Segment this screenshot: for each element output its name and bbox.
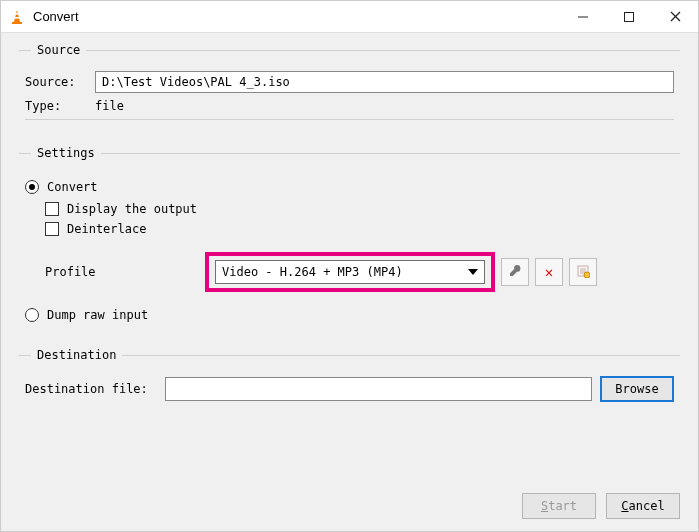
cancel-button[interactable]: Cancel bbox=[606, 493, 680, 519]
checkbox-icon bbox=[45, 202, 59, 216]
svg-point-12 bbox=[584, 272, 590, 278]
dialog-footer: Start Cancel bbox=[1, 491, 698, 531]
display-output-checkbox[interactable]: Display the output bbox=[45, 202, 674, 216]
settings-group: Settings Convert Display the output Dein… bbox=[19, 146, 680, 332]
profile-highlight: Video - H.264 + MP3 (MP4) bbox=[205, 252, 495, 292]
chevron-down-icon bbox=[468, 269, 478, 275]
convert-dialog: Convert Source Source: D:\Test Videos\PA… bbox=[0, 0, 699, 532]
wrench-icon bbox=[508, 264, 522, 281]
close-button[interactable] bbox=[652, 1, 698, 32]
type-value: file bbox=[95, 99, 124, 113]
svg-rect-3 bbox=[12, 22, 22, 24]
deinterlace-label: Deinterlace bbox=[67, 222, 146, 236]
new-profile-button[interactable] bbox=[569, 258, 597, 286]
source-group: Source Source: D:\Test Videos\PAL 4_3.is… bbox=[19, 43, 680, 130]
minimize-button[interactable] bbox=[560, 1, 606, 32]
dump-raw-radio[interactable]: Dump raw input bbox=[25, 308, 674, 322]
source-label: Source: bbox=[25, 75, 95, 89]
delete-profile-button[interactable]: ✕ bbox=[535, 258, 563, 286]
deinterlace-checkbox[interactable]: Deinterlace bbox=[45, 222, 674, 236]
start-label: Start bbox=[541, 499, 577, 513]
svg-rect-5 bbox=[625, 12, 634, 21]
start-button[interactable]: Start bbox=[522, 493, 596, 519]
new-profile-icon bbox=[576, 264, 590, 281]
profile-label: Profile bbox=[45, 265, 205, 279]
cancel-label: Cancel bbox=[621, 499, 664, 513]
maximize-button[interactable] bbox=[606, 1, 652, 32]
vlc-cone-icon bbox=[9, 9, 25, 25]
svg-rect-1 bbox=[15, 13, 19, 15]
browse-button[interactable]: Browse bbox=[600, 376, 674, 402]
window-controls bbox=[560, 1, 698, 32]
display-output-label: Display the output bbox=[67, 202, 197, 216]
source-path-field[interactable]: D:\Test Videos\PAL 4_3.iso bbox=[95, 71, 674, 93]
destination-group: Destination Destination file: Browse bbox=[19, 348, 680, 412]
svg-rect-2 bbox=[15, 17, 20, 19]
svg-marker-0 bbox=[14, 10, 20, 22]
destination-legend: Destination bbox=[31, 348, 122, 362]
convert-radio-label: Convert bbox=[47, 180, 98, 194]
browse-label: Browse bbox=[615, 382, 658, 396]
source-legend: Source bbox=[31, 43, 86, 57]
radio-icon bbox=[25, 308, 39, 322]
profile-select[interactable]: Video - H.264 + MP3 (MP4) bbox=[215, 260, 485, 284]
type-label: Type: bbox=[25, 99, 95, 113]
convert-radio[interactable]: Convert bbox=[25, 180, 674, 194]
source-path-value: D:\Test Videos\PAL 4_3.iso bbox=[102, 75, 290, 89]
checkbox-icon bbox=[45, 222, 59, 236]
destination-file-label: Destination file: bbox=[25, 382, 165, 396]
settings-legend: Settings bbox=[31, 146, 101, 160]
titlebar: Convert bbox=[1, 1, 698, 33]
dialog-body: Source Source: D:\Test Videos\PAL 4_3.is… bbox=[1, 33, 698, 491]
delete-icon: ✕ bbox=[545, 264, 553, 280]
divider bbox=[25, 119, 674, 120]
profile-value: Video - H.264 + MP3 (MP4) bbox=[222, 265, 468, 279]
edit-profile-button[interactable] bbox=[501, 258, 529, 286]
dump-raw-label: Dump raw input bbox=[47, 308, 148, 322]
window-title: Convert bbox=[33, 9, 560, 24]
radio-icon bbox=[25, 180, 39, 194]
destination-file-input[interactable] bbox=[165, 377, 592, 401]
